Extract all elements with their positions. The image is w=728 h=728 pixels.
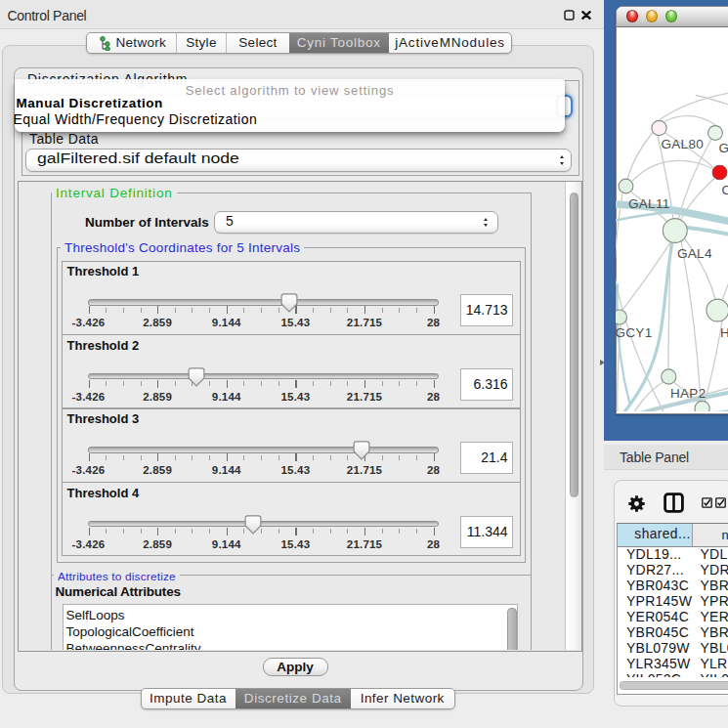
svg-text:HAP2: HAP2	[670, 385, 706, 400]
svg-text:GCY1: GCY1	[616, 324, 652, 339]
svg-text:C: C	[722, 182, 728, 196]
svg-text:GAL80: GAL80	[662, 137, 705, 151]
svg-text:HI: HI	[720, 325, 728, 340]
svg-text:GA: GA	[719, 141, 728, 155]
svg-text:GAL11: GAL11	[628, 195, 670, 210]
svg-text:GAL4: GAL4	[677, 245, 712, 260]
